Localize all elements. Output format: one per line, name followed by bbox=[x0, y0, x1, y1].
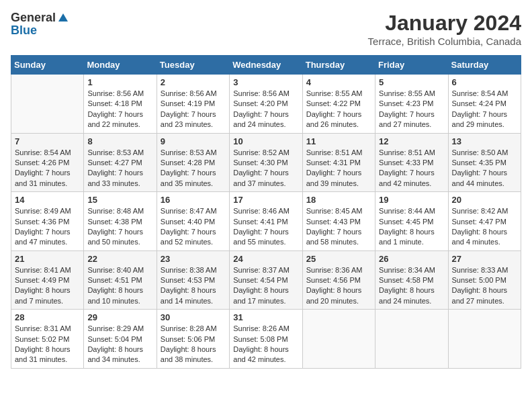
calendar-week-row: 21Sunrise: 8:41 AMSunset: 4:49 PMDayligh… bbox=[11, 250, 521, 310]
calendar-table: SundayMondayTuesdayWednesdayThursdayFrid… bbox=[11, 55, 521, 369]
calendar-cell: 21Sunrise: 8:41 AMSunset: 4:49 PMDayligh… bbox=[11, 250, 84, 310]
day-detail: Sunrise: 8:49 AMSunset: 4:36 PMDaylight:… bbox=[15, 206, 80, 248]
day-number: 6 bbox=[452, 77, 517, 87]
day-number: 19 bbox=[379, 195, 444, 205]
day-number: 31 bbox=[233, 312, 298, 322]
calendar-cell: 14Sunrise: 8:49 AMSunset: 4:36 PMDayligh… bbox=[11, 192, 84, 251]
month-title: January 2024 bbox=[368, 11, 521, 36]
day-number: 26 bbox=[379, 254, 444, 264]
logo-general: General bbox=[11, 11, 56, 25]
calendar-header-row: SundayMondayTuesdayWednesdayThursdayFrid… bbox=[11, 56, 521, 75]
day-detail: Sunrise: 8:52 AMSunset: 4:30 PMDaylight:… bbox=[233, 148, 298, 189]
day-number: 13 bbox=[452, 136, 517, 146]
calendar-cell bbox=[448, 310, 521, 369]
header-day-saturday: Saturday bbox=[448, 56, 521, 75]
day-detail: Sunrise: 8:44 AMSunset: 4:45 PMDaylight:… bbox=[379, 206, 444, 248]
day-number: 5 bbox=[379, 77, 444, 87]
day-number: 14 bbox=[15, 195, 80, 205]
calendar-week-row: 14Sunrise: 8:49 AMSunset: 4:36 PMDayligh… bbox=[11, 192, 521, 251]
calendar-cell: 18Sunrise: 8:45 AMSunset: 4:43 PMDayligh… bbox=[302, 192, 375, 251]
day-detail: Sunrise: 8:40 AMSunset: 4:51 PMDaylight:… bbox=[87, 265, 152, 307]
day-detail: Sunrise: 8:56 AMSunset: 4:19 PMDaylight:… bbox=[161, 89, 226, 130]
calendar-cell: 2Sunrise: 8:56 AMSunset: 4:19 PMDaylight… bbox=[157, 75, 229, 134]
calendar-cell: 26Sunrise: 8:34 AMSunset: 4:58 PMDayligh… bbox=[375, 250, 448, 310]
day-detail: Sunrise: 8:53 AMSunset: 4:27 PMDaylight:… bbox=[87, 148, 152, 189]
logo-icon bbox=[57, 12, 69, 24]
day-detail: Sunrise: 8:28 AMSunset: 5:06 PMDaylight:… bbox=[161, 324, 226, 365]
calendar-cell: 28Sunrise: 8:31 AMSunset: 5:02 PMDayligh… bbox=[11, 310, 84, 369]
calendar-cell: 20Sunrise: 8:42 AMSunset: 4:47 PMDayligh… bbox=[448, 192, 521, 251]
day-number: 27 bbox=[452, 254, 517, 264]
day-number: 23 bbox=[161, 254, 226, 264]
calendar-cell: 19Sunrise: 8:44 AMSunset: 4:45 PMDayligh… bbox=[375, 192, 448, 251]
calendar-cell: 31Sunrise: 8:26 AMSunset: 5:08 PMDayligh… bbox=[230, 310, 302, 369]
calendar-cell: 10Sunrise: 8:52 AMSunset: 4:30 PMDayligh… bbox=[230, 133, 302, 192]
day-detail: Sunrise: 8:47 AMSunset: 4:40 PMDaylight:… bbox=[161, 206, 226, 248]
day-detail: Sunrise: 8:55 AMSunset: 4:22 PMDaylight:… bbox=[306, 89, 371, 130]
calendar-cell: 3Sunrise: 8:56 AMSunset: 4:20 PMDaylight… bbox=[230, 75, 302, 134]
day-detail: Sunrise: 8:48 AMSunset: 4:38 PMDaylight:… bbox=[87, 206, 152, 248]
day-number: 30 bbox=[161, 312, 226, 322]
calendar-cell: 27Sunrise: 8:33 AMSunset: 5:00 PMDayligh… bbox=[448, 250, 521, 310]
day-number: 20 bbox=[452, 195, 517, 205]
day-detail: Sunrise: 8:36 AMSunset: 4:56 PMDaylight:… bbox=[306, 265, 371, 307]
calendar-cell: 15Sunrise: 8:48 AMSunset: 4:38 PMDayligh… bbox=[84, 192, 157, 251]
day-number: 8 bbox=[87, 136, 152, 146]
calendar-cell bbox=[375, 310, 448, 369]
day-number: 10 bbox=[233, 136, 298, 146]
calendar-cell: 24Sunrise: 8:37 AMSunset: 4:54 PMDayligh… bbox=[230, 250, 302, 310]
day-detail: Sunrise: 8:45 AMSunset: 4:43 PMDaylight:… bbox=[306, 206, 371, 248]
logo: General Blue bbox=[11, 11, 69, 38]
day-number: 15 bbox=[87, 195, 152, 205]
calendar-cell: 1Sunrise: 8:56 AMSunset: 4:18 PMDaylight… bbox=[84, 75, 157, 134]
calendar-cell: 9Sunrise: 8:53 AMSunset: 4:28 PMDaylight… bbox=[157, 133, 229, 192]
calendar-week-row: 1Sunrise: 8:56 AMSunset: 4:18 PMDaylight… bbox=[11, 75, 521, 134]
day-detail: Sunrise: 8:56 AMSunset: 4:18 PMDaylight:… bbox=[87, 89, 152, 130]
day-detail: Sunrise: 8:42 AMSunset: 4:47 PMDaylight:… bbox=[452, 206, 517, 248]
day-number: 28 bbox=[15, 312, 80, 322]
header-day-sunday: Sunday bbox=[11, 56, 84, 75]
calendar-cell: 12Sunrise: 8:51 AMSunset: 4:33 PMDayligh… bbox=[375, 133, 448, 192]
calendar-cell: 30Sunrise: 8:28 AMSunset: 5:06 PMDayligh… bbox=[157, 310, 229, 369]
day-detail: Sunrise: 8:34 AMSunset: 4:58 PMDaylight:… bbox=[379, 265, 444, 307]
calendar-cell: 8Sunrise: 8:53 AMSunset: 4:27 PMDaylight… bbox=[84, 133, 157, 192]
calendar-cell bbox=[302, 310, 375, 369]
day-detail: Sunrise: 8:55 AMSunset: 4:23 PMDaylight:… bbox=[379, 89, 444, 130]
calendar-cell: 22Sunrise: 8:40 AMSunset: 4:51 PMDayligh… bbox=[84, 250, 157, 310]
calendar-cell: 25Sunrise: 8:36 AMSunset: 4:56 PMDayligh… bbox=[302, 250, 375, 310]
calendar-cell: 4Sunrise: 8:55 AMSunset: 4:22 PMDaylight… bbox=[302, 75, 375, 134]
day-detail: Sunrise: 8:51 AMSunset: 4:33 PMDaylight:… bbox=[379, 148, 444, 189]
header-day-monday: Monday bbox=[84, 56, 157, 75]
day-detail: Sunrise: 8:54 AMSunset: 4:24 PMDaylight:… bbox=[452, 89, 517, 130]
day-number: 16 bbox=[161, 195, 226, 205]
day-detail: Sunrise: 8:26 AMSunset: 5:08 PMDaylight:… bbox=[233, 324, 298, 365]
calendar-cell: 11Sunrise: 8:51 AMSunset: 4:31 PMDayligh… bbox=[302, 133, 375, 192]
day-number: 21 bbox=[15, 254, 80, 264]
day-number: 24 bbox=[233, 254, 298, 264]
title-area: January 2024 Terrace, British Columbia, … bbox=[368, 11, 521, 47]
calendar-cell: 17Sunrise: 8:46 AMSunset: 4:41 PMDayligh… bbox=[230, 192, 302, 251]
day-detail: Sunrise: 8:29 AMSunset: 5:04 PMDaylight:… bbox=[87, 324, 152, 365]
calendar-cell: 16Sunrise: 8:47 AMSunset: 4:40 PMDayligh… bbox=[157, 192, 229, 251]
day-number: 1 bbox=[87, 77, 152, 87]
day-number: 11 bbox=[306, 136, 371, 146]
calendar-week-row: 7Sunrise: 8:54 AMSunset: 4:26 PMDaylight… bbox=[11, 133, 521, 192]
calendar-cell bbox=[11, 75, 84, 134]
calendar-cell: 13Sunrise: 8:50 AMSunset: 4:35 PMDayligh… bbox=[448, 133, 521, 192]
svg-marker-0 bbox=[58, 13, 68, 21]
header-day-thursday: Thursday bbox=[302, 56, 375, 75]
calendar-cell: 5Sunrise: 8:55 AMSunset: 4:23 PMDaylight… bbox=[375, 75, 448, 134]
day-detail: Sunrise: 8:53 AMSunset: 4:28 PMDaylight:… bbox=[161, 148, 226, 189]
day-number: 3 bbox=[233, 77, 298, 87]
day-detail: Sunrise: 8:33 AMSunset: 5:00 PMDaylight:… bbox=[452, 265, 517, 307]
day-number: 29 bbox=[87, 312, 152, 322]
day-detail: Sunrise: 8:41 AMSunset: 4:49 PMDaylight:… bbox=[15, 265, 80, 307]
header-day-friday: Friday bbox=[375, 56, 448, 75]
day-number: 17 bbox=[233, 195, 298, 205]
day-number: 18 bbox=[306, 195, 371, 205]
day-detail: Sunrise: 8:37 AMSunset: 4:54 PMDaylight:… bbox=[233, 265, 298, 307]
day-detail: Sunrise: 8:38 AMSunset: 4:53 PMDaylight:… bbox=[161, 265, 226, 307]
day-number: 7 bbox=[15, 136, 80, 146]
calendar-week-row: 28Sunrise: 8:31 AMSunset: 5:02 PMDayligh… bbox=[11, 310, 521, 369]
day-number: 12 bbox=[379, 136, 444, 146]
